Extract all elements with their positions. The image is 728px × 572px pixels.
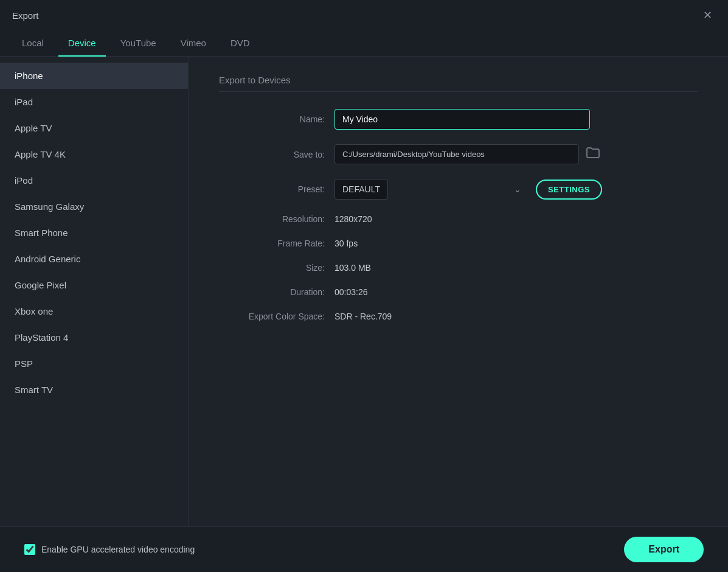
folder-icon <box>586 147 600 158</box>
frame-rate-row: Frame Rate: 30 fps <box>219 239 698 248</box>
preset-select-wrapper: DEFAULT Custom <box>335 179 529 200</box>
gpu-checkbox-label[interactable]: Enable GPU accelerated video encoding <box>41 545 195 554</box>
preset-label: Preset: <box>219 184 335 194</box>
preset-row: Preset: DEFAULT Custom SETTINGS <box>219 179 698 200</box>
save-to-group <box>335 144 602 164</box>
sidebar-item-smart-tv[interactable]: Smart TV <box>0 377 188 403</box>
sidebar-item-ipod[interactable]: iPod <box>0 167 188 194</box>
size-value: 103.0 MB <box>335 263 371 273</box>
sidebar-item-android-generic[interactable]: Android Generic <box>0 246 188 272</box>
sidebar-item-samsung-galaxy[interactable]: Samsung Galaxy <box>0 194 188 220</box>
right-panel: Export to Devices Name: Save to: <box>189 57 728 526</box>
duration-label: Duration: <box>219 287 335 297</box>
preset-group: DEFAULT Custom SETTINGS <box>335 179 602 200</box>
sidebar-item-playstation-4[interactable]: PlayStation 4 <box>0 324 188 351</box>
close-button[interactable]: ✕ <box>699 9 716 22</box>
sidebar-item-iphone[interactable]: iPhone <box>0 63 188 89</box>
duration-value: 00:03:26 <box>335 287 368 297</box>
section-title: Export to Devices <box>219 75 698 92</box>
preset-select[interactable]: DEFAULT Custom <box>335 179 388 200</box>
save-to-row: Save to: <box>219 144 698 164</box>
size-row: Size: 103.0 MB <box>219 263 698 273</box>
gpu-checkbox[interactable] <box>24 544 35 555</box>
frame-rate-value: 30 fps <box>335 239 358 248</box>
save-to-label: Save to: <box>219 150 335 159</box>
device-sidebar: iPhone iPad Apple TV Apple TV 4K iPod Sa… <box>0 57 189 526</box>
color-space-label: Export Color Space: <box>219 312 335 321</box>
sidebar-item-google-pixel[interactable]: Google Pixel <box>0 272 188 298</box>
name-label: Name: <box>219 114 335 124</box>
gpu-checkbox-row: Enable GPU accelerated video encoding <box>24 544 195 555</box>
tab-dvd[interactable]: DVD <box>221 30 260 57</box>
resolution-value: 1280x720 <box>335 214 372 224</box>
browse-folder-button[interactable] <box>584 145 602 164</box>
bottom-bar: Enable GPU accelerated video encoding Ex… <box>0 526 728 572</box>
export-dialog: Export ✕ Local Device YouTube Vimeo DVD … <box>0 0 728 572</box>
name-row: Name: <box>219 109 698 130</box>
tab-vimeo[interactable]: Vimeo <box>171 30 216 57</box>
tab-youtube[interactable]: YouTube <box>111 30 166 57</box>
color-space-value: SDR - Rec.709 <box>335 312 392 321</box>
resolution-label: Resolution: <box>219 214 335 224</box>
sidebar-item-psp[interactable]: PSP <box>0 351 188 377</box>
sidebar-item-apple-tv[interactable]: Apple TV <box>0 115 188 141</box>
settings-button[interactable]: SETTINGS <box>536 180 602 200</box>
sidebar-item-smart-phone[interactable]: Smart Phone <box>0 220 188 246</box>
size-label: Size: <box>219 263 335 273</box>
dialog-title: Export <box>12 10 38 21</box>
save-to-input[interactable] <box>335 144 579 164</box>
title-bar: Export ✕ <box>0 0 728 30</box>
main-content: iPhone iPad Apple TV Apple TV 4K iPod Sa… <box>0 57 728 526</box>
resolution-row: Resolution: 1280x720 <box>219 214 698 224</box>
tab-local[interactable]: Local <box>12 30 54 57</box>
duration-row: Duration: 00:03:26 <box>219 287 698 297</box>
sidebar-item-xbox-one[interactable]: Xbox one <box>0 298 188 324</box>
tab-device[interactable]: Device <box>58 30 106 57</box>
name-input[interactable] <box>335 109 590 130</box>
color-space-row: Export Color Space: SDR - Rec.709 <box>219 312 698 321</box>
export-button[interactable]: Export <box>624 537 704 562</box>
tab-bar: Local Device YouTube Vimeo DVD <box>0 30 728 57</box>
sidebar-item-ipad[interactable]: iPad <box>0 89 188 115</box>
sidebar-item-apple-tv-4k[interactable]: Apple TV 4K <box>0 141 188 167</box>
frame-rate-label: Frame Rate: <box>219 239 335 248</box>
